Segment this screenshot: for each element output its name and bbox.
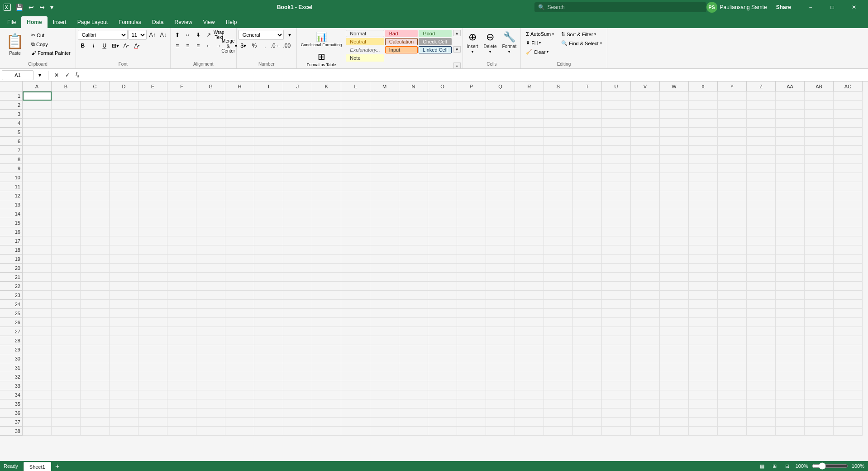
copy-button[interactable]: ⧉ Copy [28,40,74,48]
cell-AC36[interactable] [834,409,863,418]
normal-view-button[interactable]: ▦ [758,461,767,471]
cell-Z28[interactable] [747,336,776,345]
cell-Y15[interactable] [718,218,747,227]
cell-J7[interactable] [283,146,312,155]
cell-P25[interactable] [457,309,486,318]
cell-I17[interactable] [254,236,283,245]
cell-AA5[interactable] [776,128,805,137]
cell-M21[interactable] [370,273,399,282]
cell-A7[interactable] [23,146,52,155]
cell-T34[interactable] [573,390,602,399]
cell-Z8[interactable] [747,155,776,164]
cell-D30[interactable] [110,354,138,363]
confirm-formula-button[interactable]: ✓ [63,71,72,80]
cell-A20[interactable] [23,264,52,273]
cell-AC3[interactable] [834,110,863,119]
cell-P36[interactable] [457,409,486,418]
cell-R37[interactable] [515,418,544,427]
cell-V13[interactable] [631,200,660,209]
cell-AC13[interactable] [834,200,863,209]
cell-U24[interactable] [602,300,631,309]
cell-M3[interactable] [370,110,399,119]
cell-R31[interactable] [515,363,544,372]
cell-I25[interactable] [254,309,283,318]
cell-U31[interactable] [602,363,631,372]
cell-A2[interactable] [23,101,52,110]
cell-G14[interactable] [196,209,225,218]
cell-A36[interactable] [23,409,52,418]
cell-L19[interactable] [341,255,370,264]
cell-Z4[interactable] [747,119,776,128]
col-header-AC[interactable]: AC [834,82,863,91]
cell-V9[interactable] [631,164,660,173]
cell-Y22[interactable] [718,282,747,291]
cell-AA2[interactable] [776,101,805,110]
cell-T32[interactable] [573,372,602,381]
cell-M27[interactable] [370,327,399,336]
cell-G8[interactable] [196,155,225,164]
cell-B24[interactable] [52,300,81,309]
col-header-S[interactable]: S [544,82,573,91]
cell-N36[interactable] [399,409,428,418]
row-header-12[interactable]: 12 [0,191,22,200]
cell-M1[interactable] [370,91,399,101]
cell-P2[interactable] [457,101,486,110]
cell-D15[interactable] [110,218,138,227]
cell-Y5[interactable] [718,128,747,137]
cell-AA14[interactable] [776,209,805,218]
cell-Q5[interactable] [486,128,515,137]
cell-R2[interactable] [515,101,544,110]
row-header-1[interactable]: 1 [0,91,22,101]
cell-T24[interactable] [573,300,602,309]
cell-W20[interactable] [660,264,689,273]
cell-AA3[interactable] [776,110,805,119]
cell-I29[interactable] [254,345,283,354]
cell-AA24[interactable] [776,300,805,309]
cell-W27[interactable] [660,327,689,336]
cell-I9[interactable] [254,164,283,173]
cell-C10[interactable] [81,173,110,182]
cell-AB34[interactable] [805,390,834,399]
cell-K33[interactable] [312,381,341,390]
cell-M23[interactable] [370,291,399,300]
cell-N21[interactable] [399,273,428,282]
search-input[interactable] [548,4,703,10]
format-button[interactable]: 🔧 Format ▾ [500,30,519,55]
cell-U7[interactable] [602,146,631,155]
cell-N20[interactable] [399,264,428,273]
cell-R10[interactable] [515,173,544,182]
cell-E37[interactable] [138,418,167,427]
cell-S31[interactable] [544,363,573,372]
cell-AC12[interactable] [834,191,863,200]
cell-O25[interactable] [428,309,457,318]
cell-D34[interactable] [110,390,138,399]
cell-Q13[interactable] [486,200,515,209]
cell-X29[interactable] [689,345,718,354]
cell-U4[interactable] [602,119,631,128]
cell-U15[interactable] [602,218,631,227]
cell-Q10[interactable] [486,173,515,182]
style-normal[interactable]: Normal [346,30,384,37]
cell-B31[interactable] [52,363,81,372]
percent-button[interactable]: % [249,41,259,51]
cell-Y31[interactable] [718,363,747,372]
cell-N22[interactable] [399,282,428,291]
cell-AB2[interactable] [805,101,834,110]
cell-N24[interactable] [399,300,428,309]
cell-P16[interactable] [457,227,486,236]
cell-AB14[interactable] [805,209,834,218]
cell-L22[interactable] [341,282,370,291]
cell-W30[interactable] [660,354,689,363]
cell-U38[interactable] [602,427,631,436]
cell-O28[interactable] [428,336,457,345]
cell-A6[interactable] [23,137,52,146]
cell-G15[interactable] [196,218,225,227]
cell-AA15[interactable] [776,218,805,227]
style-linked-cell[interactable]: Linked Cell [419,46,451,53]
cell-T22[interactable] [573,282,602,291]
cell-T2[interactable] [573,101,602,110]
cell-Z10[interactable] [747,173,776,182]
cell-J25[interactable] [283,309,312,318]
cell-F37[interactable] [167,418,196,427]
cell-AB18[interactable] [805,245,834,255]
